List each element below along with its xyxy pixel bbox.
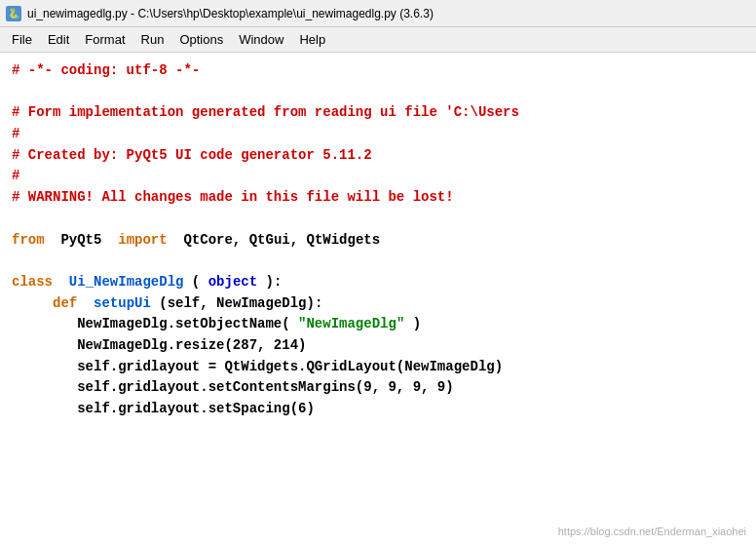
code-line-1: # -*- coding: utf-8 -*-: [12, 60, 744, 82]
code-text: # WARNING! All changes made in this file…: [12, 189, 454, 205]
menu-bar: File Edit Format Run Options Window Help: [0, 27, 756, 53]
code-text: self.gridlayout.setContentsMargins(9, 9,…: [12, 379, 454, 395]
code-string: "NewImageDlg": [298, 316, 404, 331]
code-keyword-import: import: [118, 232, 167, 248]
code-text: self.gridlayout = QtWidgets.QGridLayout(…: [12, 359, 503, 374]
app-icon: 🐍: [6, 6, 21, 21]
code-paren: (: [192, 274, 200, 290]
code-line-12: def setupUi (self, NewImageDlg):: [12, 293, 744, 315]
code-object: object: [208, 274, 257, 290]
menu-window[interactable]: Window: [231, 29, 291, 50]
code-text: #: [12, 168, 19, 183]
menu-run[interactable]: Run: [133, 29, 172, 50]
code-line-9: from PyQt5 import QtCore, QtGui, QtWidge…: [12, 230, 744, 252]
title-bar: 🐍 ui_newimagedlg.py - C:\Users\hp\Deskto…: [0, 0, 756, 27]
menu-help[interactable]: Help: [291, 29, 333, 50]
code-text: # -*- coding: utf-8 -*-: [12, 62, 200, 78]
menu-format[interactable]: Format: [77, 29, 132, 50]
code-line-17: self.gridlayout.setSpacing(6): [12, 399, 744, 420]
code-line-5: # Created by: PyQt5 UI code generator 5.…: [12, 145, 744, 167]
code-text: # Form implementation generated from rea…: [12, 104, 519, 120]
code-text: PyQt5: [53, 232, 110, 248]
code-line-3: # Form implementation generated from rea…: [12, 102, 744, 124]
code-line-11: class Ui_NewImageDlg ( object ):: [12, 272, 744, 293]
code-line-16: self.gridlayout.setContentsMargins(9, 9,…: [12, 377, 744, 399]
code-line-7: # WARNING! All changes made in this file…: [12, 187, 744, 209]
code-text: # Created by: PyQt5 UI code generator 5.…: [12, 147, 372, 163]
code-area[interactable]: # -*- coding: utf-8 -*- # Form implement…: [0, 53, 756, 545]
code-keyword-from: from: [12, 232, 45, 248]
code-line-14: NewImageDlg.resize(287, 214): [12, 335, 744, 357]
code-keyword-def: def: [53, 295, 77, 311]
code-text: QtCore, QtGui, QtWidgets: [175, 232, 380, 248]
code-line-15: self.gridlayout = QtWidgets.QGridLayout(…: [12, 357, 744, 378]
menu-file[interactable]: File: [4, 29, 40, 50]
code-line-4: #: [12, 124, 744, 145]
code-line-6: #: [12, 166, 744, 187]
code-text: self.gridlayout.setSpacing(6): [12, 401, 315, 416]
title-bar-text: ui_newimagedlg.py - C:\Users\hp\Desktop\…: [27, 7, 434, 20]
menu-options[interactable]: Options: [171, 29, 231, 50]
code-classname: Ui_NewImageDlg: [60, 274, 183, 290]
code-text: #: [12, 126, 19, 141]
code-keyword-class: class: [12, 274, 53, 290]
code-text: ): [413, 316, 421, 331]
code-indent: [12, 295, 45, 311]
code-line-13: NewImageDlg.setObjectName( "NewImageDlg"…: [12, 314, 744, 335]
code-line-10: [12, 251, 744, 272]
watermark: https://blog.csdn.net/Enderman_xiaohei: [558, 526, 746, 537]
code-line-8: [12, 209, 744, 230]
code-text: NewImageDlg.setObjectName(: [12, 316, 290, 331]
code-line-2: [12, 82, 744, 103]
code-text: NewImageDlg.resize(287, 214): [12, 337, 306, 353]
code-funcname: setupUi: [86, 295, 151, 311]
menu-edit[interactable]: Edit: [40, 29, 77, 50]
code-text: (self, NewImageDlg):: [159, 295, 322, 311]
code-paren-close: ):: [266, 274, 283, 290]
